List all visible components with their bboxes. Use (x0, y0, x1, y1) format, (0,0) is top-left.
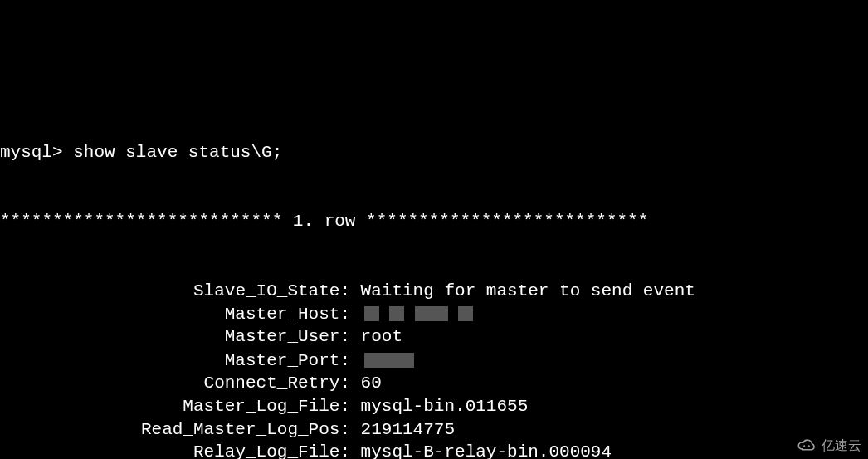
status-key: Master_Host: (0, 303, 350, 326)
status-value: Waiting for master to send event (361, 280, 695, 303)
watermark: 亿速云 (796, 437, 861, 454)
row-separator: *************************** 1. row *****… (0, 210, 868, 233)
status-key: Read_Master_Log_Pos: (0, 418, 350, 442)
status-value: mysql-bin.011655 (361, 395, 529, 418)
status-key: Relay_Log_File: (0, 441, 350, 459)
svg-point-0 (803, 446, 805, 447)
mysql-prompt-line: mysql> show slave status\G; (0, 141, 868, 164)
status-row: Relay_Log_File: mysql-B-relay-bin.000094 (0, 441, 868, 459)
status-value: mysql-B-relay-bin.000094 (361, 441, 612, 459)
watermark-text: 亿速云 (822, 437, 861, 454)
svg-point-1 (808, 446, 810, 447)
status-row: Master_User: root (0, 325, 868, 349)
status-value: root (361, 325, 402, 349)
cloud-icon (796, 437, 817, 452)
status-row: Master_Port: (0, 349, 868, 372)
redacted-value (364, 302, 474, 325)
status-key: Master_Log_File: (0, 395, 350, 418)
status-key: Slave_IO_State: (0, 280, 350, 303)
status-value: 219114775 (361, 418, 455, 442)
status-row: Read_Master_Log_Pos: 219114775 (0, 418, 868, 442)
terminal-output: mysql> show slave status\G; ************… (0, 92, 868, 459)
status-row: Master_Host: (0, 302, 868, 325)
status-key: Connect_Retry: (0, 372, 350, 395)
status-key: Master_User: (0, 325, 350, 349)
status-key: Master_Port: (0, 349, 350, 373)
status-value: 60 (361, 372, 382, 395)
status-rows: Slave_IO_State: Waiting for master to se… (0, 280, 868, 459)
status-row: Slave_IO_State: Waiting for master to se… (0, 280, 868, 303)
status-row: Connect_Retry: 60 (0, 372, 868, 395)
redacted-value (364, 349, 414, 372)
status-row: Master_Log_File: mysql-bin.011655 (0, 395, 868, 418)
